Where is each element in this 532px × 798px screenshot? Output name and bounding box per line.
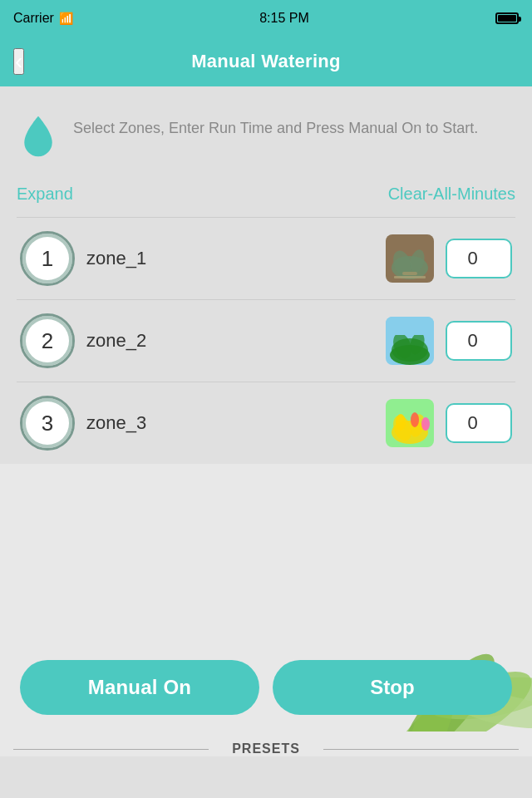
bottom-strip (0, 756, 532, 798)
zone-input-2[interactable] (446, 321, 512, 361)
svg-rect-4 (402, 272, 417, 275)
clear-all-button[interactable]: Clear-All-Minutes (388, 185, 515, 204)
main-content: Select Zones, Enter Run Time and Press M… (0, 86, 532, 464)
svg-point-17 (411, 412, 419, 427)
zone-row: 3 zone_3 (17, 382, 515, 464)
status-bar-left: Carrier 📶 (13, 11, 73, 26)
zone-circle-1: 1 (20, 231, 75, 286)
presets-label: PRESETS (232, 741, 300, 756)
zone-row: 2 zone_2 (17, 299, 515, 382)
zone-circle-3: 3 (20, 396, 75, 451)
zone-image-2 (386, 317, 434, 365)
zone-name-2: zone_2 (86, 330, 374, 352)
svg-point-18 (421, 417, 430, 431)
zone-image-3 (386, 399, 434, 447)
presets-line-right (323, 749, 519, 750)
water-drop-icon (17, 115, 60, 158)
zone-list: 1 zone_1 2 zone_2 (17, 217, 515, 464)
zone-input-1[interactable] (446, 239, 512, 278)
presets-line-left (13, 749, 209, 750)
zone-row: 1 zone_1 (17, 217, 515, 299)
svg-point-16 (396, 414, 406, 431)
info-section: Select Zones, Enter Run Time and Press M… (17, 106, 515, 178)
carrier-label: Carrier (13, 11, 54, 26)
zone-image-1 (386, 234, 434, 283)
battery-icon (495, 12, 519, 24)
button-row: Manual On Stop (0, 660, 532, 715)
zone-name-3: zone_3 (86, 412, 374, 434)
nav-bar: ‹ Manual Watering (0, 37, 532, 86)
info-text: Select Zones, Enter Run Time and Press M… (73, 115, 478, 139)
svg-point-11 (390, 345, 430, 365)
svg-rect-10 (386, 317, 434, 335)
bottom-section: Manual On Stop PRESETS (0, 632, 532, 798)
zone-name-1: zone_1 (86, 248, 374, 269)
status-bar: Carrier 📶 8:15 PM (0, 0, 532, 37)
manual-on-button[interactable]: Manual On (20, 660, 259, 715)
expand-button[interactable]: Expand (17, 185, 73, 204)
wifi-icon: 📶 (59, 12, 73, 25)
svg-rect-5 (394, 276, 426, 278)
time-label: 8:15 PM (259, 11, 309, 26)
zone-circle-2: 2 (20, 313, 75, 368)
presets-bar: PRESETS (0, 741, 532, 756)
back-button[interactable]: ‹ (13, 48, 24, 75)
stop-button[interactable]: Stop (273, 660, 512, 715)
controls-row: Expand Clear-All-Minutes (17, 178, 515, 217)
nav-title: Manual Watering (191, 51, 341, 72)
zone-input-3[interactable] (446, 403, 512, 443)
